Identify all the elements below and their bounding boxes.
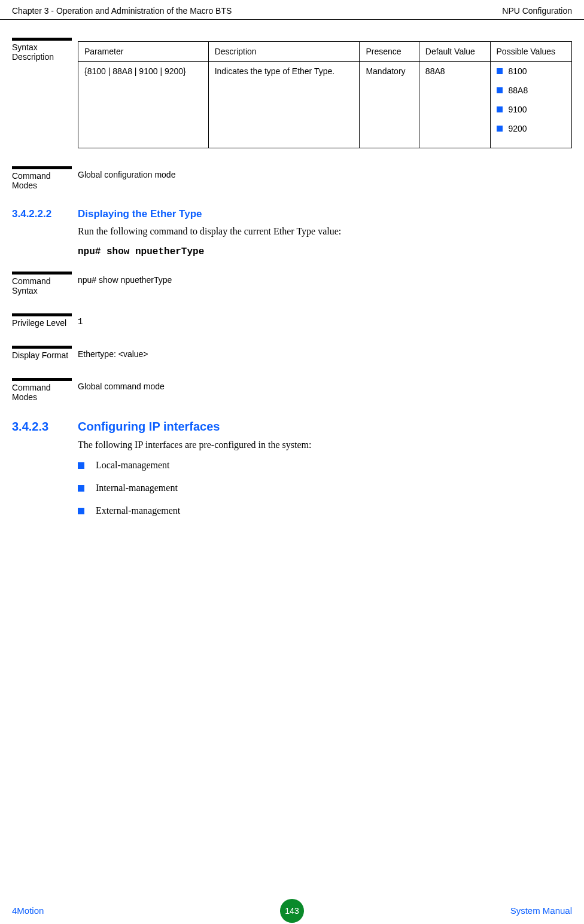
syntax-description-content: Parameter Description Presence Default V… <box>78 38 572 148</box>
page-header: Chapter 3 - Operation and Administration… <box>0 0 584 20</box>
display-format-value: Ethertype: <value> <box>78 346 572 359</box>
page-footer: 4Motion 143 System Manual <box>0 905 584 916</box>
command-syntax-value: npu# show npuetherType <box>78 272 572 285</box>
list-item: 9100 <box>497 105 565 114</box>
footer-right: System Manual <box>510 905 572 916</box>
page-content: Syntax Description Parameter Description… <box>0 20 584 516</box>
table-row: {8100 | 88A8 | 9100 | 9200} Indicates th… <box>78 62 572 148</box>
page-number-badge: 143 <box>280 899 304 923</box>
command-modes-value-2: Global command mode <box>78 378 572 391</box>
cell-default: 88A8 <box>419 62 490 148</box>
command-modes-value: Global configuration mode <box>78 166 572 179</box>
code-block: npu# show npuetherType <box>78 246 572 257</box>
display-format-label: Display Format <box>12 346 78 360</box>
command-modes-label: Command Modes <box>12 166 78 190</box>
command-modes-block-2: Command Modes Global command mode <box>12 378 572 402</box>
syntax-description-label: Syntax Description <box>12 38 78 62</box>
list-item: Local-management <box>78 460 572 471</box>
section-title: Configuring IP interfaces <box>78 420 220 434</box>
header-left: Chapter 3 - Operation and Administration… <box>12 6 232 16</box>
section-number: 3.4.2.2.2 <box>12 208 78 220</box>
command-syntax-block: Command Syntax npu# show npuetherType <box>12 272 572 295</box>
col-description: Description <box>208 42 360 62</box>
col-parameter: Parameter <box>78 42 209 62</box>
col-possible: Possible Values <box>490 42 571 62</box>
command-syntax-label: Command Syntax <box>12 272 78 295</box>
section-title: Displaying the Ether Type <box>78 208 202 220</box>
parameter-table: Parameter Description Presence Default V… <box>78 41 572 148</box>
list-item: 88A8 <box>497 86 565 95</box>
list-item: 9200 <box>497 124 565 133</box>
command-modes-block: Command Modes Global configuration mode <box>12 166 572 190</box>
cell-possible: 8100 88A8 9100 9200 <box>490 62 571 148</box>
section-body: Run the following command to display the… <box>78 226 572 237</box>
section-heading: 3.4.2.3 Configuring IP interfaces <box>12 420 572 434</box>
col-presence: Presence <box>360 42 419 62</box>
table-header-row: Parameter Description Presence Default V… <box>78 42 572 62</box>
display-format-block: Display Format Ethertype: <value> <box>12 346 572 360</box>
section-number: 3.4.2.3 <box>12 420 78 434</box>
section-body: The following IP interfaces are pre-conf… <box>78 440 572 450</box>
list-item: 8100 <box>497 66 565 76</box>
footer-left: 4Motion <box>12 905 44 916</box>
list-item: External-management <box>78 505 572 516</box>
cell-description: Indicates the type of Ether Type. <box>208 62 360 148</box>
cell-presence: Mandatory <box>360 62 419 148</box>
syntax-description-block: Syntax Description Parameter Description… <box>12 38 572 148</box>
privilege-level-value: 1 <box>78 313 572 327</box>
col-default: Default Value <box>419 42 490 62</box>
privilege-level-block: Privilege Level 1 <box>12 313 572 328</box>
header-right: NPU Configuration <box>502 6 572 16</box>
possible-values-list: 8100 88A8 9100 9200 <box>497 66 565 133</box>
interface-list: Local-management Internal-management Ext… <box>78 460 572 516</box>
section-heading: 3.4.2.2.2 Displaying the Ether Type <box>12 208 572 220</box>
privilege-level-label: Privilege Level <box>12 313 78 328</box>
command-modes-label-2: Command Modes <box>12 378 78 402</box>
list-item: Internal-management <box>78 483 572 493</box>
cell-parameter: {8100 | 88A8 | 9100 | 9200} <box>78 62 209 148</box>
